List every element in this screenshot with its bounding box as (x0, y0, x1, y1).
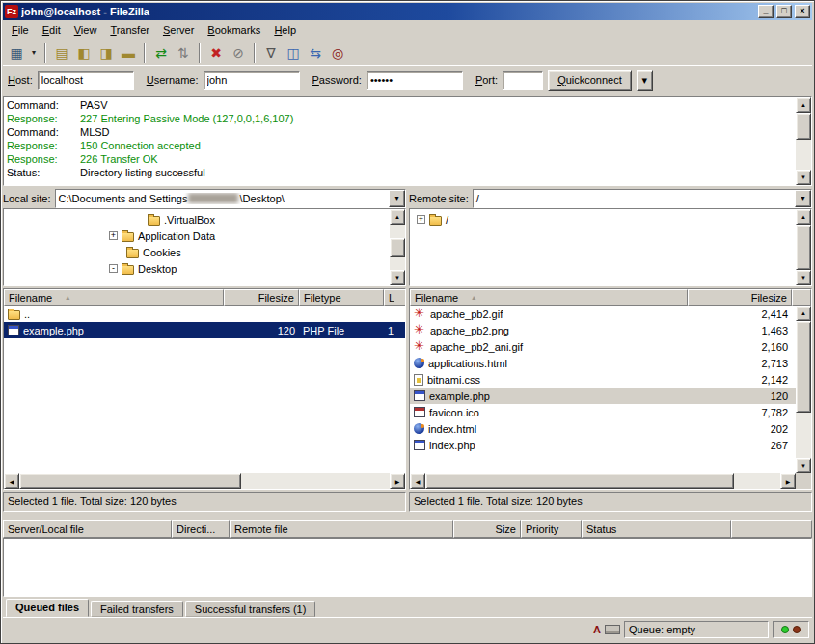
cancel-operation-button[interactable]: ✖ (205, 42, 227, 64)
scroll-thumb[interactable] (796, 225, 811, 270)
scroll-up-button[interactable]: ▲ (796, 209, 811, 225)
host-input[interactable] (38, 71, 134, 90)
scroll-left-button[interactable]: ◀ (4, 473, 19, 489)
remote-file-row[interactable]: applications.html2,713 (410, 355, 796, 371)
scroll-track[interactable] (796, 225, 811, 270)
directory-comparison-button[interactable]: ◫ (283, 42, 304, 64)
toggle-transfer-queue-button[interactable]: ▬ (118, 42, 139, 64)
find-files-button[interactable]: ◎ (327, 42, 348, 64)
remote-file-rows[interactable]: apache_pb2.gif2,414apache_pb2.png1,463ap… (410, 306, 796, 473)
remote-file-row[interactable]: index.php267 (410, 437, 796, 453)
scroll-right-button[interactable]: ▶ (390, 473, 405, 489)
column-header-filename[interactable]: Filename▴ (410, 289, 688, 306)
column-header-status[interactable]: Status (582, 520, 731, 538)
menu-item-help[interactable]: Help (267, 21, 303, 39)
remote-site-dropdown-button[interactable]: ▾ (795, 190, 811, 207)
remote-file-row[interactable]: favicon.ico7,782 (410, 404, 796, 420)
column-header-server-local-file[interactable]: Server/Local file (3, 520, 172, 538)
log-scroll-track[interactable] (796, 113, 811, 170)
column-header-directi[interactable]: Directi... (172, 520, 230, 538)
remote-site-combo[interactable]: / ▾ (473, 189, 812, 208)
scroll-right-button[interactable]: ▶ (780, 473, 796, 489)
tab-successful-transfers-1[interactable]: Successful transfers (1) (185, 601, 316, 617)
log-scroll-down-button[interactable]: ▼ (796, 170, 811, 185)
menu-item-edit[interactable]: Edit (36, 21, 68, 39)
transfer-queue-list[interactable] (3, 538, 812, 597)
close-button[interactable]: × (795, 5, 810, 18)
menu-item-transfer[interactable]: Transfer (103, 21, 156, 39)
column-header-remote-file[interactable]: Remote file (230, 520, 453, 538)
scroll-track[interactable] (390, 225, 405, 270)
remote-file-scrollbar[interactable]: ▲ ▼ (796, 306, 811, 473)
remote-file-row[interactable]: apache_pb2.png1,463 (410, 322, 796, 338)
remote-file-row[interactable]: apache_pb2_ani.gif2,160 (410, 338, 796, 355)
local-file-row[interactable]: .. (4, 306, 405, 322)
remote-file-row[interactable]: index.html202 (410, 420, 796, 437)
directory-filter-button[interactable]: ∇ (260, 42, 282, 64)
site-manager-button[interactable]: ▦ (6, 42, 27, 64)
scroll-thumb[interactable] (19, 473, 241, 489)
remote-tree-item[interactable]: +/ (411, 211, 794, 228)
scroll-down-button[interactable]: ▼ (390, 270, 405, 285)
scroll-thumb[interactable] (425, 473, 734, 489)
local-site-dropdown-button[interactable]: ▾ (389, 190, 405, 207)
maximize-button[interactable]: □ (776, 5, 792, 18)
local-hscrollbar[interactable]: ◀ ▶ (4, 473, 405, 489)
title-bar[interactable]: Fz john@localhost - FileZilla _ □ × (3, 3, 812, 20)
scroll-up-button[interactable]: ▲ (796, 306, 811, 321)
expand-icon[interactable]: + (109, 231, 118, 240)
column-header-l[interactable]: L (384, 289, 406, 306)
remote-file-row[interactable]: apache_pb2.gif2,414 (410, 306, 796, 322)
site-manager-dropdown-button[interactable]: ▾ (28, 42, 40, 64)
log-scrollbar[interactable]: ▲ ▼ (796, 97, 811, 185)
column-header-filename[interactable]: Filename▴ (4, 289, 224, 306)
scroll-track[interactable] (425, 473, 780, 489)
scroll-thumb[interactable] (390, 238, 405, 257)
toggle-message-log-button[interactable]: ▤ (51, 42, 72, 64)
password-input[interactable] (367, 71, 463, 90)
local-file-row[interactable]: example.php120PHP File1 (4, 322, 405, 338)
tab-failed-transfers[interactable]: Failed transfers (91, 601, 183, 617)
scroll-left-button[interactable]: ◀ (410, 473, 425, 489)
disconnect-button[interactable]: ⊘ (228, 42, 249, 64)
local-tree-item[interactable]: .VirtualBox (5, 211, 388, 228)
collapse-icon[interactable]: - (109, 264, 118, 273)
remote-file-row[interactable]: example.php120 (410, 388, 796, 404)
scroll-down-button[interactable]: ▼ (796, 458, 811, 473)
remote-tree-scrollbar[interactable]: ▲ ▼ (796, 209, 811, 285)
column-header-size[interactable]: Size (453, 520, 521, 538)
menu-item-view[interactable]: View (68, 21, 104, 39)
menu-item-bookmarks[interactable]: Bookmarks (201, 21, 267, 39)
local-tree-item[interactable]: +Application Data (5, 228, 388, 244)
column-header-filesize[interactable]: Filesize (224, 289, 299, 306)
scroll-thumb[interactable] (796, 321, 811, 413)
column-header-filetype[interactable]: Filetype (299, 289, 384, 306)
menu-item-file[interactable]: File (5, 21, 36, 39)
toggle-remote-tree-button[interactable]: ◨ (95, 42, 117, 64)
log-scroll-thumb[interactable] (796, 113, 811, 140)
quickconnect-button[interactable]: Quickconnect (548, 70, 632, 91)
scroll-track[interactable] (796, 321, 811, 458)
expand-icon[interactable]: + (417, 215, 425, 224)
scroll-track[interactable] (19, 473, 390, 489)
local-file-rows[interactable]: ..example.php120PHP File1 (4, 306, 405, 473)
log-scroll-up-button[interactable]: ▲ (796, 97, 811, 113)
minimize-button[interactable]: _ (758, 5, 774, 18)
remote-file-row[interactable]: bitnami.css2,142 (410, 371, 796, 388)
menu-item-server[interactable]: Server (156, 21, 201, 39)
local-tree-item[interactable]: Cookies (5, 244, 388, 260)
local-tree-scrollbar[interactable]: ▲ ▼ (390, 209, 405, 285)
remote-hscrollbar[interactable]: ◀ ▶ (410, 473, 811, 489)
scroll-up-button[interactable]: ▲ (390, 209, 405, 225)
local-tree-item[interactable]: -Desktop (5, 260, 388, 277)
local-site-combo[interactable]: C:\Documents and Settings\Desktop\ ▾ (55, 189, 406, 208)
scroll-down-button[interactable]: ▼ (796, 270, 811, 285)
quickconnect-dropdown-button[interactable]: ▾ (637, 70, 653, 91)
username-input[interactable] (204, 71, 300, 90)
toggle-local-tree-button[interactable]: ◧ (73, 42, 95, 64)
column-header-priority[interactable]: Priority (521, 520, 582, 538)
tab-queued-files[interactable]: Queued files (6, 599, 89, 617)
port-input[interactable] (503, 71, 543, 90)
process-queue-button[interactable]: ⇅ (173, 42, 194, 64)
refresh-button[interactable]: ⇄ (150, 42, 172, 64)
